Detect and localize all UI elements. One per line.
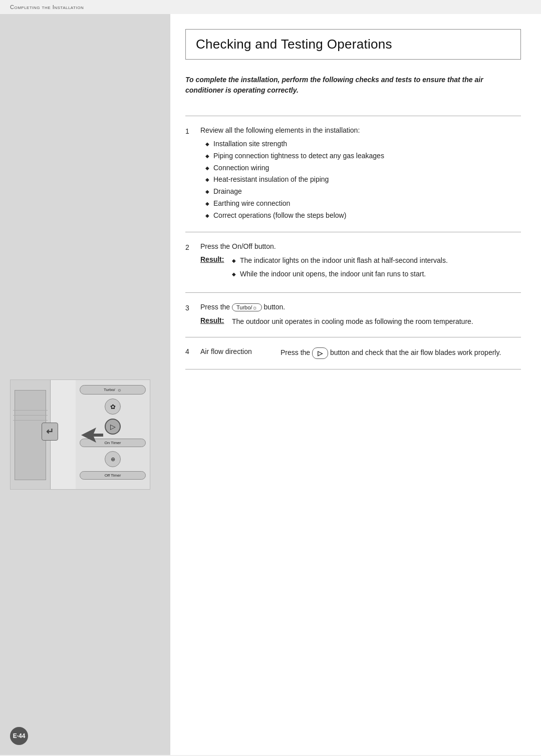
turbo-button-inline: Turbo/☼ [232,303,261,311]
bullet-1: Installation site strength [205,138,521,150]
header-breadcrumb: Completing the Installation [0,0,541,14]
step-3: 3 Press the Turbo/☼ button. Result: The … [185,292,521,337]
fan-button-device: ✿ [105,399,121,415]
step-1-title: Review all the following elements in the… [200,126,521,134]
page-title: Checking and Testing Operations [196,37,510,52]
bullet-3: Connection wiring [205,162,521,174]
turbo-button-device: Turbo/☼ [80,385,146,395]
step-1-content: Review all the following elements in the… [200,126,521,222]
result-2-bullet-2: While the indoor unit opens, the indoor … [232,269,521,279]
steps-area: 1 Review all the following elements in t… [185,116,521,369]
main-content: Checking and Testing Operations To compl… [170,14,541,755]
step-4-label: Air flow direction [200,347,281,359]
step-3-content: Press the Turbo/☼ button. Result: The ou… [200,303,521,327]
step-2-result: Result: The indicator lights on the indo… [200,255,521,282]
step-4-content: Press the ▷ button and check that the ai… [281,347,521,359]
page-title-box: Checking and Testing Operations [185,29,521,60]
step-3-number: 3 [185,303,200,327]
svg-marker-0 [81,428,103,443]
bullet-5: Drainage [205,186,521,198]
timer-button-device: ⊕ [105,451,121,467]
bullet-6: Earthing wire connection [205,198,521,210]
airflow-button-device: ▷ [105,419,121,435]
page-number: E·44 [10,727,28,745]
bullet-2: Piping connection tightness to detect an… [205,150,521,162]
breadcrumb-text: Completing the Installation [10,4,84,10]
device-illustration: ↵ Turbo/☼ ✿ ▷ [10,380,155,495]
result-2-content: The indicator lights on the indoor unit … [232,255,521,282]
result-2-label: Result: [200,255,228,263]
step-2-number: 2 [185,242,200,282]
result-3-content: The outdoor unit operates in cooling mod… [232,316,521,327]
intro-text: To complete the installation, perform th… [185,75,521,96]
step-2: 2 Press the On/Off button. Result: The i… [185,232,521,292]
step-1: 1 Review all the following elements in t… [185,116,521,232]
result-3-label: Result: [200,316,228,324]
result-2-bullet-1: The indicator lights on the indoor unit … [232,255,521,266]
result-3-text: The outdoor unit operates in cooling mod… [232,316,521,327]
step-4: 4 Air flow direction Press the ▷ button … [185,337,521,369]
step-3-title: Press the Turbo/☼ button. [200,303,521,311]
step-4-number: 4 [185,347,200,359]
airflow-button-inline: ▷ [312,347,328,359]
step-1-number: 1 [185,126,200,222]
off-timer-button-device: Off Timer [80,471,146,480]
sidebar: ↵ Turbo/☼ ✿ ▷ [0,14,170,755]
step-3-result: Result: The outdoor unit operates in coo… [200,316,521,327]
section-intro: To complete the installation, perform th… [185,75,521,106]
step-2-title: Press the On/Off button. [200,242,521,250]
step-2-content: Press the On/Off button. Result: The ind… [200,242,521,282]
step-1-bullets: Installation site strength Piping connec… [200,138,521,222]
bullet-4: Heat-resistant insulation of the piping [205,174,521,186]
bullet-7: Correct operations (follow the steps bel… [205,210,521,222]
